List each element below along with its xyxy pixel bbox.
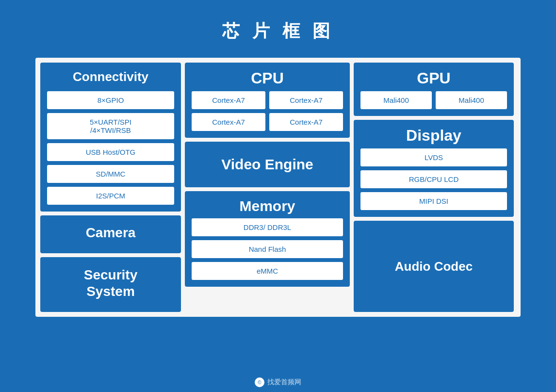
i2s-box: I2S/PCM — [47, 187, 174, 205]
mipi-dsi-box: MIPI DSI — [360, 192, 507, 210]
core-3: Cortex-A7 — [192, 113, 265, 131]
audio-codec-title: Audio Codec — [395, 259, 473, 274]
video-engine-block: Video Engine — [185, 142, 350, 187]
connectivity-title: Connectivity — [47, 69, 174, 84]
usb-box: USB Host/OTG — [47, 143, 174, 161]
gpio-box: 8×GPIO — [47, 91, 174, 109]
nand-flash-box: Nand Flash — [192, 240, 343, 258]
display-block: Display LVDS RGB/CPU LCD MIPI DSI — [354, 120, 514, 217]
page-title: 芯 片 框 图 — [0, 0, 556, 58]
emmc-box: eMMC — [192, 262, 343, 280]
ddr3-box: DDR3/ DDR3L — [192, 218, 343, 236]
cpu-grid: Cortex-A7 Cortex-A7 Cortex-A7 Cortex-A7 — [192, 91, 343, 131]
core-1: Cortex-A7 — [192, 91, 265, 109]
rgb-lcd-box: RGB/CPU LCD — [360, 170, 507, 188]
audio-codec-block: Audio Codec — [354, 221, 514, 312]
cpu-title: CPU — [192, 69, 343, 87]
left-column: Connectivity 8×GPIO 5×UART/SPI/4×TWI/RSB… — [40, 63, 181, 312]
cpu-block: CPU Cortex-A7 Cortex-A7 Cortex-A7 Cortex… — [185, 63, 350, 138]
watermark-text: 找爱首频网 — [267, 378, 301, 387]
gpu-block: GPU Mali400 Mali400 — [354, 63, 514, 116]
security-block: SecuritySystem — [40, 257, 181, 312]
connectivity-block: Connectivity 8×GPIO 5×UART/SPI/4×TWI/RSB… — [40, 63, 181, 212]
gpu-grid: Mali400 Mali400 — [360, 91, 507, 109]
gpu-title: GPU — [360, 69, 507, 87]
lvds-box: LVDS — [360, 148, 507, 166]
video-engine-title: Video Engine — [221, 156, 313, 173]
core-2: Cortex-A7 — [269, 91, 343, 109]
camera-title: Camera — [86, 225, 136, 241]
mali400-1: Mali400 — [360, 91, 432, 109]
mali400-2: Mali400 — [436, 91, 507, 109]
main-container: Connectivity 8×GPIO 5×UART/SPI/4×TWI/RSB… — [35, 58, 521, 317]
security-title: SecuritySystem — [84, 267, 138, 299]
display-title: Display — [360, 127, 507, 145]
camera-block: Camera — [40, 215, 181, 253]
uart-box: 5×UART/SPI/4×TWI/RSB — [47, 113, 174, 139]
watermark-icon: © — [255, 377, 264, 387]
watermark: © 找爱首频网 — [255, 377, 301, 387]
middle-column: CPU Cortex-A7 Cortex-A7 Cortex-A7 Cortex… — [185, 63, 350, 312]
core-4: Cortex-A7 — [269, 113, 343, 131]
memory-block: Memory DDR3/ DDR3L Nand Flash eMMC — [185, 191, 350, 287]
sdmmc-box: SD/MMC — [47, 165, 174, 183]
memory-title: Memory — [192, 198, 343, 214]
right-column: GPU Mali400 Mali400 Display LVDS RGB/CPU… — [354, 63, 514, 312]
